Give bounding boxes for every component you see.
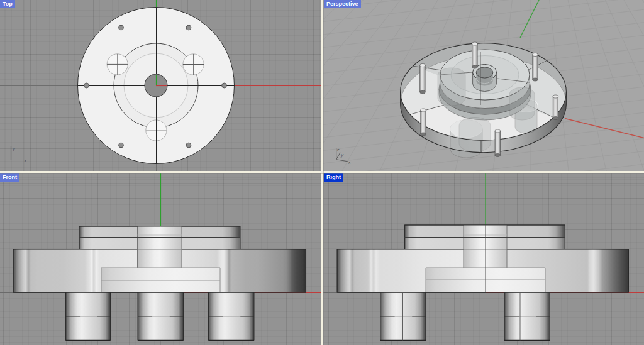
svg-text:z: z (336, 147, 340, 153)
svg-text:x: x (23, 158, 27, 163)
svg-text:y: y (12, 146, 16, 151)
svg-text:x: x (348, 160, 352, 165)
svg-text:y: y (340, 152, 344, 158)
